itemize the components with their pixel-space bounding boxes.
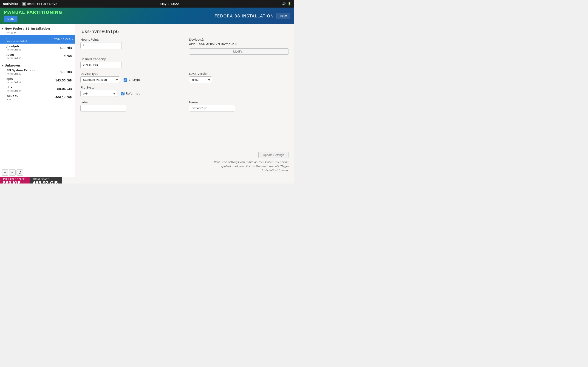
partition-name-boot: /boot [6, 53, 64, 56]
system-subsection-label: SYSTEM [0, 31, 75, 35]
partition-name-root: / [6, 36, 54, 40]
partition-item-efi-system[interactable]: EFI System Partition nvme0n1p1 300 MiB [0, 68, 75, 76]
partition-info-iso9660: iso9660 sda [6, 94, 55, 101]
datetime-display: May 2 13:22 [160, 2, 179, 6]
partition-item-ntfs[interactable]: ntfs nvme0n1p4 80.06 GiB [0, 85, 75, 93]
header-left: MANUAL PARTITIONING Done [4, 10, 62, 22]
filesystem-section: File System: ext4 ext3 ext2 xfs btrfs sw… [80, 86, 288, 97]
partition-info-root: / luks-nvme0n1p6 [6, 36, 54, 43]
mount-point-group: Mount Point: [80, 38, 180, 55]
partition-size-root: 239.45 GiB [54, 38, 70, 41]
device-type-label: Device Type: [80, 72, 180, 75]
luks-version-select[interactable]: luks1 luks2 [189, 76, 212, 83]
space-info-bar: AVAILABLE SPACE 860 KiB TOTAL SPACE 465.… [0, 177, 294, 184]
left-panel: ▼ New Fedora 38 Installation SYSTEM / lu… [0, 24, 75, 177]
partition-name-boot-efi: /boot/efi [6, 44, 60, 48]
partition-size-ntfs: 80.06 GiB [57, 87, 72, 91]
volume-icon[interactable]: 🔊 [282, 2, 286, 6]
partition-size-boot: 2 GiB [64, 55, 72, 58]
partition-info-boot: /boot nvme0n1p5 [6, 53, 64, 60]
chevron-down-icon-unknown: ▼ [2, 64, 4, 67]
bottom-actions: Update Settings Note: The settings you m… [80, 146, 288, 173]
partition-sub-boot: nvme0n1p5 [6, 57, 64, 60]
partition-item-apfs[interactable]: apfs nvme0n1p2 143.53 GiB [0, 76, 75, 85]
luks-version-wrapper: luks1 luks2 ▼ [189, 76, 212, 83]
partition-sub-efi-system: nvme0n1p1 [6, 72, 60, 75]
available-space-value: 860 KiB [3, 181, 27, 184]
partition-item-boot-efi[interactable]: /boot/efi nvme0n1p3 600 MiB [0, 44, 75, 52]
window-title: 💿 Install to Hard Drive [22, 2, 57, 6]
total-space-label: TOTAL SPACE [33, 178, 59, 181]
partition-info-efi-system: EFI System Partition nvme0n1p1 [6, 69, 60, 75]
partition-item-iso9660[interactable]: iso9660 sda 466.14 GiB [0, 93, 75, 102]
desired-capacity-label: Desired Capacity: [80, 57, 288, 61]
partition-sub-ntfs: nvme0n1p4 [6, 89, 57, 92]
unknown-label: Unknown [5, 64, 20, 67]
desired-capacity-group: Desired Capacity: [80, 57, 288, 68]
total-space-section: TOTAL SPACE 465.92 GiB [30, 177, 62, 184]
desired-capacity-input[interactable] [80, 62, 122, 68]
device-label: Device(s): [189, 38, 288, 41]
total-space-value: 465.92 GiB [33, 181, 59, 184]
mount-point-input[interactable] [80, 42, 122, 49]
chevron-down-icon: ▼ [2, 27, 4, 30]
device-group: Device(s): APPLE SSD AP0512N (nvme0n1) M… [189, 38, 288, 55]
name-group: Name: [189, 100, 288, 111]
update-settings-button[interactable]: Update Settings [258, 152, 288, 158]
partition-item-root[interactable]: / luks-nvme0n1p6 239.45 GiB › [0, 35, 75, 44]
partition-sub-boot-efi: nvme0n1p3 [6, 48, 60, 51]
manual-partitioning-title: MANUAL PARTITIONING [4, 10, 62, 15]
list-toolbar: + − ↺ [0, 168, 75, 177]
partition-info-ntfs: ntfs nvme0n1p4 [6, 85, 57, 92]
battery-icon: 🔋 [288, 2, 291, 6]
window-title-label: Install to Hard Drive [27, 2, 57, 6]
partition-item-boot[interactable]: /boot nvme0n1p5 2 GiB [0, 52, 75, 60]
refresh-button[interactable]: ↺ [17, 169, 23, 176]
partition-sub-root: luks-nvme0n1p6 [6, 40, 54, 43]
bottom-bar: AVAILABLE SPACE 860 KiB TOTAL SPACE 465.… [0, 177, 294, 184]
top-bar: Activities 💿 Install to Hard Drive May 2… [0, 0, 294, 8]
encrypt-checkbox-row: Encrypt [124, 78, 140, 82]
label-input[interactable] [80, 105, 126, 111]
partition-detail-title: luks-nvme0n1p6 [80, 29, 288, 34]
partition-info-boot-efi: /boot/efi nvme0n1p3 [6, 44, 60, 51]
new-install-section-header[interactable]: ▼ New Fedora 38 Installation [0, 25, 75, 31]
done-button[interactable]: Done [4, 16, 17, 22]
system-tray: 🔊 🔋 [282, 2, 291, 6]
name-input[interactable] [189, 105, 235, 111]
partition-name-iso9660: iso9660 [6, 94, 55, 98]
encrypt-label: Encrypt [129, 78, 140, 81]
help-button[interactable]: Help! [277, 13, 290, 19]
mount-point-label: Mount Point: [80, 38, 180, 41]
available-space-section: AVAILABLE SPACE 860 KiB [0, 177, 30, 184]
reformat-checkbox[interactable] [121, 92, 124, 95]
modify-button[interactable]: Modify... [189, 48, 288, 55]
add-partition-button[interactable]: + [2, 169, 8, 176]
unknown-section-header[interactable]: ▼ Unknown [0, 62, 75, 68]
encrypt-checkbox[interactable] [124, 78, 127, 82]
filesystem-wrapper: ext4 ext3 ext2 xfs btrfs swap vfat ▼ [80, 90, 117, 97]
partition-sub-apfs: nvme0n1p2 [6, 81, 55, 84]
filesystem-select[interactable]: ext4 ext3 ext2 xfs btrfs swap vfat [80, 90, 117, 97]
activities-button[interactable]: Activities [3, 2, 19, 6]
device-type-select[interactable]: Standard Partition LVM LVM Thin Provisio… [80, 76, 120, 83]
remove-partition-button[interactable]: − [9, 169, 16, 176]
partition-size-efi-system: 300 MiB [60, 70, 72, 74]
partition-size-iso9660: 466.14 GiB [55, 96, 72, 99]
main-content: ▼ New Fedora 38 Installation SYSTEM / lu… [0, 24, 294, 177]
fedora-installation-title: FEDORA 38 INSTALLATION [215, 14, 274, 18]
luks-version-label: LUKS Version: [189, 72, 288, 75]
app-icon: 💿 [22, 2, 26, 6]
partition-name-efi-system: EFI System Partition [6, 69, 60, 72]
partition-sub-iso9660: sda [6, 98, 55, 101]
device-type-section: Device Type: Standard Partition LVM LVM … [80, 72, 180, 83]
label-field-label: Label: [80, 100, 180, 104]
luks-version-section: LUKS Version: luks1 luks2 ▼ [189, 72, 288, 83]
new-install-label: New Fedora 38 Installation [5, 27, 50, 30]
partition-list: ▼ New Fedora 38 Installation SYSTEM / lu… [0, 24, 75, 168]
reformat-checkbox-row: Reformat [121, 92, 140, 95]
header-banner: MANUAL PARTITIONING Done FEDORA 38 INSTA… [0, 8, 294, 24]
available-space-label: AVAILABLE SPACE [3, 178, 27, 181]
right-panel: luks-nvme0n1p6 Mount Point: Device(s): A… [75, 24, 294, 177]
reformat-label: Reformat [126, 92, 140, 95]
